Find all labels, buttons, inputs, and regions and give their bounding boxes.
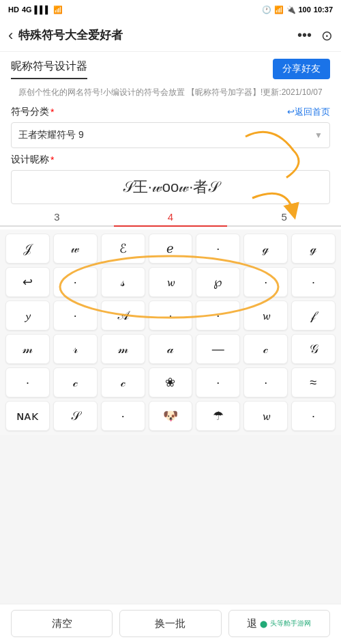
symbol-cell[interactable]: · bbox=[291, 401, 336, 431]
symbol-cell[interactable]: · bbox=[291, 267, 336, 297]
category-section: 符号分类 * ↩返回首页 王者荣耀符号 9 ▼ bbox=[0, 106, 341, 154]
symbol-cell[interactable]: 𝔀 bbox=[243, 300, 288, 331]
symbol-cell[interactable]: 𝓌 bbox=[53, 234, 98, 264]
symbol-cell[interactable]: ↩ bbox=[5, 267, 50, 297]
signal-4g: 4G bbox=[22, 5, 32, 14]
slider-tab-5[interactable]: 5 bbox=[227, 207, 341, 227]
bottom-action-bar: 清空 换一批 退 ⬤ 头等舱手游网 bbox=[0, 604, 341, 644]
symbol-cell[interactable]: 𝔀 bbox=[149, 267, 193, 297]
network-label: HD bbox=[8, 5, 19, 14]
symbol-cell[interactable]: 𝒸 bbox=[101, 367, 145, 397]
slider-tab-4[interactable]: 4 bbox=[114, 207, 228, 227]
more-button[interactable]: ••• bbox=[297, 27, 312, 43]
symbol-cell[interactable]: · bbox=[5, 367, 50, 397]
clock-icon: 🕐 bbox=[262, 5, 271, 14]
symbol-cell[interactable]: 𝓇 bbox=[53, 334, 98, 364]
symbol-cell[interactable]: · bbox=[196, 234, 240, 264]
nav-bar: ‹ 特殊符号大全爱好者 ••• ⊙ bbox=[0, 19, 341, 52]
symbol-cell[interactable]: · bbox=[243, 267, 288, 297]
symbol-cell[interactable]: ɴᴀᴋ bbox=[5, 401, 50, 431]
select-arrow-icon: ▼ bbox=[314, 130, 323, 140]
category-selected-value: 王者荣耀符号 9 bbox=[18, 129, 84, 141]
symbol-cell[interactable]: · bbox=[243, 367, 288, 397]
symbol-cell[interactable]: 𝒸 bbox=[243, 334, 288, 364]
nickname-value: 𝒮王·𝓌oo𝓌·者𝒮 bbox=[123, 177, 219, 197]
batch-button[interactable]: 换一批 bbox=[119, 610, 221, 637]
symbol-cell[interactable]: 𝓂 bbox=[5, 334, 50, 364]
return-home-link[interactable]: ↩返回首页 bbox=[287, 106, 330, 118]
symbol-cell[interactable]: 𝒜 bbox=[101, 300, 145, 331]
clear-button[interactable]: 清空 bbox=[11, 610, 113, 637]
symbol-cell[interactable]: · bbox=[149, 300, 193, 331]
nickname-input-display[interactable]: 𝒮王·𝓌oo𝓌·者𝒮 bbox=[11, 170, 330, 204]
symbol-cell[interactable]: ≈ bbox=[291, 367, 336, 397]
wifi-icon: 📶 bbox=[53, 5, 63, 14]
symbol-cell[interactable]: 𝒥 bbox=[5, 234, 50, 264]
back-button[interactable]: ‹ bbox=[8, 27, 13, 44]
symbol-cell[interactable]: ℰ bbox=[101, 234, 145, 264]
nickname-required: * bbox=[50, 154, 54, 165]
symbol-cell[interactable]: 𝓂 bbox=[101, 334, 145, 364]
symbol-cell[interactable]: 𝔀 bbox=[243, 401, 288, 431]
nickname-label: 设计昵称 bbox=[11, 154, 49, 166]
symbol-cell[interactable]: 𝒮 bbox=[53, 401, 98, 431]
battery-status: 🔌 bbox=[286, 5, 296, 14]
symbol-cell[interactable]: 𝒻 bbox=[291, 300, 336, 331]
symbol-cell[interactable]: · bbox=[101, 401, 145, 431]
symbol-cell[interactable]: 🐶 bbox=[149, 401, 193, 431]
status-right: 🕐 📶 🔌 100 10:37 bbox=[262, 5, 333, 14]
status-left: HD 4G ▌▌▌ 📶 bbox=[8, 5, 63, 14]
symbol-cell[interactable]: · bbox=[196, 367, 240, 397]
symbol-cell[interactable]: — bbox=[196, 334, 240, 364]
logo-icon: ⬤ bbox=[260, 620, 267, 628]
symbol-cell[interactable]: ℯ bbox=[149, 234, 193, 264]
symbol-cell[interactable]: · bbox=[53, 267, 98, 297]
symbol-grid: 𝒥𝓌ℰℯ·ℊℊ↩·𝓈𝔀℘··𝔂·𝒜··𝔀𝒻𝓂𝓇𝓂𝒶—𝒸𝒢·𝒸𝒸❀··≈ɴᴀᴋ𝒮·… bbox=[5, 234, 336, 431]
category-required: * bbox=[50, 107, 54, 117]
description-area: 原创个性化的网名符号!小编设计的符号会放置 【昵称符号加字器】!更新:2021/… bbox=[0, 79, 341, 106]
symbol-cell[interactable]: ℘ bbox=[196, 267, 240, 297]
logo-text: 头等舱手游网 bbox=[270, 619, 311, 628]
nickname-label-row: 设计昵称 * bbox=[11, 154, 330, 166]
category-label-row: 符号分类 * ↩返回首页 bbox=[11, 106, 330, 118]
symbol-cell[interactable]: 𝒶 bbox=[149, 334, 193, 364]
back-input-button[interactable]: 退 ⬤ 头等舱手游网 bbox=[228, 610, 330, 637]
category-label: 符号分类 bbox=[11, 106, 49, 118]
tab-nickname-designer[interactable]: 昵称符号设计器 bbox=[11, 59, 87, 79]
tab-area: 昵称符号设计器 分享好友 bbox=[0, 52, 341, 79]
share-button[interactable]: 分享好友 bbox=[273, 59, 330, 79]
symbol-cell[interactable]: ℊ bbox=[291, 234, 336, 264]
status-bar: HD 4G ▌▌▌ 📶 🕐 📶 🔌 100 10:37 bbox=[0, 0, 341, 19]
symbol-cell[interactable]: ℊ bbox=[243, 234, 288, 264]
bluetooth-icon: 📶 bbox=[274, 5, 284, 14]
page-title: 特殊符号大全爱好者 bbox=[18, 27, 297, 43]
slider-tab-area: 3 4 5 bbox=[0, 207, 341, 229]
nickname-section: 设计昵称 * 𝒮王·𝓌oo𝓌·者𝒮 bbox=[0, 154, 341, 207]
symbol-cell[interactable]: 𝒸 bbox=[53, 367, 98, 397]
symbol-cell[interactable]: · bbox=[53, 300, 98, 331]
target-icon[interactable]: ⊙ bbox=[321, 27, 333, 44]
symbol-cell[interactable]: 𝔂 bbox=[5, 300, 50, 331]
time-display: 10:37 bbox=[314, 5, 333, 14]
slider-tab-3[interactable]: 3 bbox=[0, 207, 114, 227]
category-select[interactable]: 王者荣耀符号 9 ▼ bbox=[11, 122, 330, 148]
symbol-grid-wrapper: 𝒥𝓌ℰℯ·ℊℊ↩·𝓈𝔀℘··𝔂·𝒜··𝔀𝒻𝓂𝓇𝓂𝒶—𝒸𝒢·𝒸𝒸❀··≈ɴᴀᴋ𝒮·… bbox=[0, 229, 341, 435]
signal-icon: ▌▌▌ bbox=[35, 5, 50, 14]
symbol-cell[interactable]: 𝓈 bbox=[101, 267, 145, 297]
battery-level: 100 bbox=[299, 5, 311, 14]
symbol-cell[interactable]: ❀ bbox=[149, 367, 193, 397]
symbol-cell[interactable]: · bbox=[196, 300, 240, 331]
back-input-label: 退 bbox=[247, 617, 257, 630]
symbol-cell[interactable]: 𝒢 bbox=[291, 334, 336, 364]
symbol-cell[interactable]: ☂ bbox=[196, 401, 240, 431]
